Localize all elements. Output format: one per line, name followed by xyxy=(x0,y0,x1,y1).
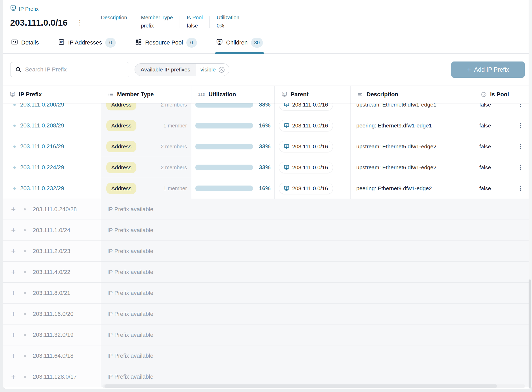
meta-description: Description - xyxy=(94,15,134,29)
search-icon xyxy=(15,66,21,73)
ip-prefix-icon xyxy=(284,123,289,128)
prefix-cell: 203.111.0.200/29 xyxy=(3,103,101,115)
filter-chip-value[interactable]: visible xyxy=(196,64,229,76)
available-prefix-label: 203.111.64.0/18 xyxy=(33,352,74,359)
available-row: + 203.111.32.0/19 IP Prefix available xyxy=(3,324,532,345)
horizontal-scrollbar-track[interactable] xyxy=(102,384,525,388)
status-dot xyxy=(24,271,26,273)
available-note: IP Prefix available xyxy=(101,324,512,345)
available-row: + 203.111.128.0/17 IP Prefix available xyxy=(3,366,532,387)
ip-prefix-icon xyxy=(284,186,289,191)
prefix-link[interactable]: 203.111.0.200/29 xyxy=(20,103,64,108)
parent-cell: 203.111.0.0/16 xyxy=(275,178,351,199)
status-dot xyxy=(13,187,16,190)
available-prefix-label: 203.111.8.0/21 xyxy=(33,290,70,296)
vertical-scrollbar-thumb[interactable] xyxy=(529,279,531,388)
utilization-cell: 16% xyxy=(191,115,275,136)
utilization-bar xyxy=(195,103,253,108)
available-prefix-cell: + 203.111.4.0/22 xyxy=(3,262,101,283)
tab-ip-addresses[interactable]: IP Addresses 0 xyxy=(57,34,117,53)
utilization-percent: 33% xyxy=(257,103,270,108)
member-count: 1 member xyxy=(163,123,187,129)
prefix-link[interactable]: 203.111.0.216/29 xyxy=(20,143,64,150)
title-kebab-menu-icon[interactable]: ⋮ xyxy=(76,19,83,26)
add-prefix-plus-icon[interactable]: + xyxy=(10,205,17,213)
prefix-link[interactable]: 203.111.0.232/29 xyxy=(20,185,64,192)
table-row: 203.111.0.224/29 Address 2 members 33% 2… xyxy=(3,157,532,178)
member-count: 2 members xyxy=(161,103,187,108)
grid-icon xyxy=(135,39,142,47)
utilization-percent: 16% xyxy=(257,122,270,129)
ip-box-icon xyxy=(58,39,65,47)
row-kebab-menu-icon[interactable]: ⋮ xyxy=(512,157,529,178)
available-actions-cell xyxy=(512,220,529,241)
parent-prefix-chip[interactable]: 203.111.0.0/16 xyxy=(279,162,333,173)
remove-filter-icon[interactable] xyxy=(218,66,225,73)
add-prefix-plus-icon[interactable]: + xyxy=(10,247,17,255)
column-header-is-pool[interactable]: Is Pool xyxy=(474,86,512,103)
available-note: IP Prefix available xyxy=(101,304,512,324)
utilization-percent: 33% xyxy=(257,164,270,171)
tab-details[interactable]: Details xyxy=(10,34,40,53)
vertical-scrollbar-track[interactable] xyxy=(529,0,532,389)
column-header-actions xyxy=(512,86,529,103)
add-prefix-plus-icon[interactable]: + xyxy=(10,289,17,297)
available-prefix-cell: + 203.111.0.240/28 xyxy=(3,199,101,220)
numeric-icon: 123 xyxy=(198,92,205,97)
row-kebab-menu-icon[interactable]: ⋮ xyxy=(512,103,529,115)
available-prefix-cell: + 203.111.2.0/23 xyxy=(3,241,101,262)
add-prefix-plus-icon[interactable]: + xyxy=(10,352,17,360)
utilization-percent: 33% xyxy=(257,143,270,150)
member-count: 1 member xyxy=(163,186,187,192)
column-header-member-type[interactable]: Member Type xyxy=(101,86,191,103)
add-prefix-plus-icon[interactable]: + xyxy=(10,268,17,276)
prefix-link[interactable]: 203.111.0.208/29 xyxy=(20,122,64,129)
column-header-description[interactable]: Description xyxy=(351,86,474,103)
ip-prefix-icon xyxy=(10,5,16,13)
prefix-meta: Description - Member Type prefix Is Pool… xyxy=(94,15,246,29)
add-prefix-plus-icon[interactable]: + xyxy=(10,331,17,339)
parent-prefix-chip[interactable]: 203.111.0.0/16 xyxy=(279,120,333,131)
column-header-parent[interactable]: Parent xyxy=(275,86,351,103)
add-prefix-plus-icon[interactable]: + xyxy=(10,310,17,318)
column-header-utilization[interactable]: 123 Utilization xyxy=(191,86,275,103)
row-kebab-menu-icon[interactable]: ⋮ xyxy=(512,178,529,199)
page-title: 203.111.0.0/16 xyxy=(10,18,68,28)
member-type-cell: Address 2 members xyxy=(101,136,191,157)
utilization-cell: 33% xyxy=(191,136,275,157)
parent-prefix-chip[interactable]: 203.111.0.0/16 xyxy=(279,141,333,152)
tab-children[interactable]: Children 30 xyxy=(215,34,264,53)
horizontal-scrollbar-thumb[interactable] xyxy=(104,384,497,388)
breadcrumb[interactable]: IP Prefix xyxy=(10,5,532,13)
row-kebab-menu-icon[interactable]: ⋮ xyxy=(512,115,529,136)
available-actions-cell xyxy=(512,324,529,345)
prefix-cell: 203.111.0.232/29 xyxy=(3,178,101,199)
column-header-ip-prefix[interactable]: IP Prefix xyxy=(3,86,101,103)
add-prefix-plus-icon[interactable]: + xyxy=(10,373,17,381)
add-prefix-plus-icon[interactable]: + xyxy=(10,226,17,234)
ip-prefix-detail-page: IP Prefix 203.111.0.0/16 ⋮ Description -… xyxy=(3,0,532,389)
table-body: 203.111.0.200/29 Address 2 members 33% 2… xyxy=(3,103,532,387)
toolbar: Available IP prefixes visible + Add IP P… xyxy=(3,54,532,86)
utilization-cell: 33% xyxy=(191,157,275,178)
description-cell: upstream: Ethernet6.dfw1-edge2 xyxy=(351,157,474,178)
available-actions-cell xyxy=(512,199,529,220)
available-prefix-label: 203.111.0.240/28 xyxy=(33,206,77,213)
available-prefix-label: 203.111.4.0/22 xyxy=(33,269,70,276)
prefix-link[interactable]: 203.111.0.224/29 xyxy=(20,164,64,171)
member-type-badge: Address xyxy=(106,162,136,173)
member-type-badge: Address xyxy=(106,120,136,131)
parent-prefix-chip[interactable]: 203.111.0.0/16 xyxy=(279,103,333,110)
search-input[interactable] xyxy=(25,66,124,73)
member-type-cell: Address 1 member xyxy=(101,178,191,199)
tab-resource-pool[interactable]: Resource Pool 0 xyxy=(134,34,198,53)
available-row: + 203.111.4.0/22 IP Prefix available xyxy=(3,262,532,283)
tab-count-badge: 0 xyxy=(105,38,116,48)
add-ip-prefix-button[interactable]: + Add IP Prefix xyxy=(451,61,525,78)
row-kebab-menu-icon[interactable]: ⋮ xyxy=(512,136,529,157)
parent-prefix-chip[interactable]: 203.111.0.0/16 xyxy=(279,183,333,194)
ip-prefix-icon xyxy=(284,165,289,170)
utilization-cell: 16% xyxy=(191,178,275,199)
list-icon xyxy=(108,92,114,97)
available-row: + 203.111.8.0/21 IP Prefix available xyxy=(3,283,532,304)
